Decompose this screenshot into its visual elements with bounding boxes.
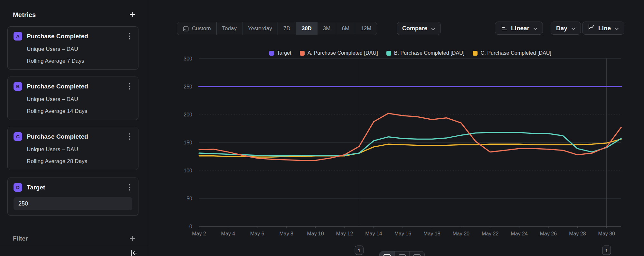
metric-badge-c: C — [14, 132, 22, 141]
metric-card-header: A Purchase Completed — [14, 32, 132, 41]
compare-button[interactable]: Compare — [397, 22, 441, 35]
series-line-c[interactable] — [199, 139, 621, 157]
line-chart-icon — [588, 24, 595, 33]
chart-view-icon — [383, 254, 391, 256]
x-axis-label: May 26 — [540, 231, 557, 236]
chart-type-selector-button[interactable]: Line — [582, 22, 624, 35]
time-range-6m[interactable]: 6M — [336, 22, 355, 35]
split-view-icon — [413, 254, 421, 256]
plus-icon — [128, 11, 136, 19]
time-range-7d[interactable]: 7D — [278, 22, 296, 35]
x-axis-label: May 2 — [192, 231, 206, 236]
time-range-30d[interactable]: 30D — [296, 22, 317, 35]
line-chart[interactable]: 050100150200250300May 2May 4May 6May 8Ma… — [148, 42, 644, 256]
add-metric-button[interactable] — [128, 11, 136, 19]
y-axis-label: 250 — [184, 84, 192, 89]
chevron-down-icon — [571, 25, 575, 32]
chart-type-label: Line — [598, 25, 611, 32]
series-line-a[interactable] — [199, 114, 621, 160]
plus-icon — [128, 234, 136, 243]
metrics-header: Metrics — [13, 10, 136, 20]
collapse-sidebar-button[interactable] — [130, 249, 138, 256]
metric-title: Purchase Completed — [27, 83, 122, 90]
y-axis-label: 150 — [184, 140, 192, 145]
filter-title: Filter — [13, 235, 28, 242]
time-range-custom[interactable]: Custom — [177, 22, 216, 35]
x-axis-label: May 14 — [365, 231, 382, 236]
x-axis-label: May 4 — [221, 231, 235, 236]
target-value-input[interactable] — [14, 197, 132, 210]
collapse-panel-icon — [130, 249, 138, 256]
x-axis-label: May 10 — [307, 231, 324, 236]
filter-section: Filter — [13, 233, 136, 244]
metric-rolling-average[interactable]: Rolling Average 28 Days — [27, 158, 132, 165]
metric-card-a: A Purchase Completed Unique Users – DAU … — [7, 26, 138, 70]
time-range-label: 30D — [302, 25, 312, 32]
time-range-3m[interactable]: 3M — [317, 22, 336, 35]
time-range-label: Yesterday — [248, 25, 272, 32]
metric-measure[interactable]: Unique Users – DAU — [27, 146, 132, 153]
y-axis-label: 200 — [184, 112, 192, 117]
time-range-label: Custom — [192, 25, 211, 32]
y-axis-label: 0 — [189, 224, 192, 229]
compare-label: Compare — [402, 25, 427, 32]
chart-view-option-table[interactable] — [394, 251, 410, 256]
kebab-menu-icon[interactable] — [127, 133, 132, 140]
y-axis-label: 100 — [184, 168, 192, 173]
metrics-title: Metrics — [13, 11, 36, 19]
time-range-label: 7D — [283, 25, 290, 32]
interval-selector-button[interactable]: Day — [551, 22, 581, 35]
chart-view-option-chart[interactable] — [380, 251, 394, 256]
metric-badge-b: B — [14, 82, 22, 91]
metric-badge-d: D — [14, 183, 22, 192]
kebab-menu-icon[interactable] — [127, 184, 132, 191]
time-range-12m[interactable]: 12M — [355, 22, 377, 35]
metric-rolling-average[interactable]: Rolling Average 14 Days — [27, 108, 132, 114]
x-axis-label: May 20 — [452, 231, 469, 236]
kebab-menu-icon[interactable] — [127, 33, 132, 40]
metric-card-header: D Target — [14, 183, 132, 192]
scale-selector-button[interactable]: Linear — [495, 22, 543, 35]
y-axis-label: 50 — [186, 196, 192, 201]
time-range-segmented-control: CustomTodayYesterday7D30D3M6M12M — [177, 22, 377, 35]
chevron-down-icon — [615, 25, 619, 32]
target-title: Target — [27, 184, 122, 191]
metric-measure[interactable]: Unique Users – DAU — [27, 46, 132, 52]
x-axis-label: May 16 — [394, 231, 412, 236]
metric-card-c: C Purchase Completed Unique Users – DAU … — [7, 127, 138, 170]
metric-card-b: B Purchase Completed Unique Users – DAU … — [7, 77, 138, 120]
calendar-icon — [183, 25, 189, 32]
x-axis-label: May 6 — [250, 231, 264, 236]
sidebar-footer-divider — [0, 246, 148, 246]
table-view-icon — [398, 254, 406, 256]
linear-scale-icon — [500, 24, 508, 33]
x-axis-label: May 12 — [336, 231, 353, 236]
x-axis-label: May 30 — [598, 231, 615, 236]
x-axis-label: May 28 — [569, 231, 586, 236]
time-range-label: 6M — [342, 25, 349, 32]
time-range-label: 12M — [361, 25, 371, 32]
chart-view-toggle — [379, 251, 425, 256]
metric-badge-a: A — [14, 32, 22, 41]
x-axis-label: May 18 — [423, 231, 440, 236]
metric-title: Purchase Completed — [27, 33, 122, 40]
scale-label: Linear — [511, 25, 529, 32]
annotation-badge-label: 1 — [358, 248, 361, 253]
metric-rolling-average[interactable]: Rolling Average 7 Days — [27, 58, 132, 64]
metric-measure[interactable]: Unique Users – DAU — [27, 96, 132, 103]
target-card: D Target — [7, 178, 138, 216]
time-range-yesterday[interactable]: Yesterday — [242, 22, 278, 35]
chevron-down-icon — [431, 25, 435, 32]
time-range-label: 3M — [323, 25, 331, 32]
x-axis-label: May 24 — [511, 231, 528, 236]
add-filter-button[interactable] — [128, 234, 136, 243]
y-axis-label: 300 — [184, 56, 192, 61]
chart-view-option-split[interactable] — [409, 251, 424, 256]
time-range-label: Today — [222, 25, 237, 32]
kebab-menu-icon[interactable] — [127, 83, 132, 90]
time-range-today[interactable]: Today — [216, 22, 242, 35]
metric-card-header: B Purchase Completed — [14, 82, 132, 91]
metric-card-header: C Purchase Completed — [14, 132, 132, 141]
metrics-dashboard: Metrics A Purchase Completed Unique User… — [0, 0, 644, 256]
chevron-down-icon — [533, 25, 537, 32]
